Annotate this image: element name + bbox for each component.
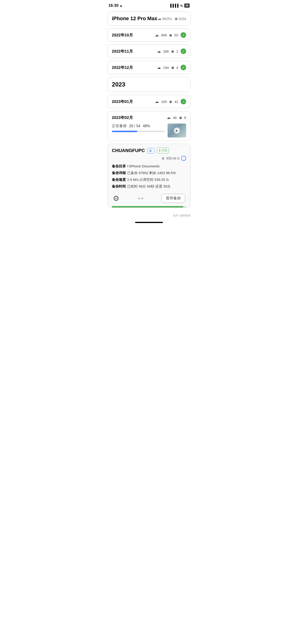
device-name: iPhone 12 Pro Max [112,16,157,22]
backup-month-row: 2023年02月 ⛰ 46 ▣ 8 [112,115,186,120]
backup-dir-label: 备份目录 [112,164,126,168]
month-video-count-0: 50 [174,33,178,37]
month-row-1: 2022年11月 ⛰ 266 ▣ 2 ✓ [112,48,186,54]
device-photo-number: 96251 [162,17,172,21]
backup-speed-row: 备份速度 2.9 M/s 占用空间 539.25 G [112,178,186,182]
backup-dir-row: 备份目录 I:\iPhone Documents [112,164,186,168]
backup-progress-bar-fill [112,131,137,132]
backup-percent-text: 48% [143,124,150,128]
month-photo-count-0: 696 [161,33,167,37]
backup-time-value: 已耗时 58分 50秒 还需 35分 [127,184,171,189]
backup-dir-value: I:\iPhone Documents [127,164,159,168]
month-check-2: ✓ [181,65,186,70]
green-progress-fill [112,206,183,208]
backup-time-label: 备份时间 [112,184,126,189]
month-card-2[interactable]: 2022年12月 ⛰ 194 ▣ 4 ✓ [107,61,191,74]
month-video-icon-3: ▣ [169,100,172,104]
gear-icon[interactable]: ⚙ [113,194,120,203]
month-row-3: 2023年01月 ⛰ 165 ▣ 42 ✓ [112,99,186,104]
pc-card: CHUANGFUPC ⊞ ⬆ 订阅 🖥 935.04 G ↓ 备份目录 I:\i… [107,144,191,208]
backup-video-count: 8 [184,116,186,120]
dot-1 [138,198,140,199]
backup-thumbnail: ▶ [168,124,186,138]
month-card-1[interactable]: 2022年11月 ⛰ 266 ▣ 2 ✓ [107,44,191,58]
backup-speed-label: 备份速度 [112,178,126,182]
watermark: 知乎 @帅爸爸 [104,212,194,220]
backup-progress-text: 26 / 54 [129,124,140,128]
month-video-count-2: 4 [176,66,178,70]
month-video-icon-1: ▣ [171,50,174,53]
month-card-0[interactable]: 2022年10月 ⛰ 696 ▣ 50 ✓ [107,28,191,42]
backup-time-row: 备份时间 已耗时 58分 50秒 还需 35分 [112,184,186,189]
month-check-1: ✓ [181,48,186,54]
device-card: iPhone 12 Pro Max ⛰ 96251 ▣ 3154 [107,12,191,26]
month-video-count-1: 2 [176,50,178,53]
status-time: 16:30 ▲ [108,3,123,8]
backup-video-icon: ▣ [179,116,182,120]
month-photo-icon-1: ⛰ [157,50,161,53]
month-stats-1: ⛰ 266 ▣ 2 ✓ [157,48,186,54]
qr-button[interactable]: ⊞ [147,148,154,154]
month-photo-count-2: 194 [163,66,169,70]
pause-backup-button[interactable]: 暂停备份 [162,194,185,203]
backup-detail-row: 备份详细 已备份 97952 剩余 1453 98.5% [112,171,186,175]
backup-progress-section: 正在备份 26 / 54 48% [112,124,165,132]
storage-label: 935.04 G [166,156,180,160]
pc-header: CHUANGFUPC ⊞ ⬆ 订阅 🖥 935.04 G ↓ [112,148,186,161]
month-label-1: 2022年11月 [112,49,133,54]
subscribe-icon: ⬆ [159,149,161,152]
qr-icon: ⊞ [149,149,152,152]
location-icon: ▲ [119,4,123,8]
month-stats-0: ⛰ 696 ▣ 50 ✓ [155,32,186,38]
home-bar [135,222,163,223]
backup-month-label: 2023年02月 [112,115,133,120]
month-check-3: ✓ [181,99,186,104]
watermark-text: 知乎 @帅爸爸 [173,214,191,217]
backup-month-stats: ⛰ 46 ▣ 8 [167,116,186,120]
device-media-counts: ⛰ 96251 ▣ 3154 [158,17,186,21]
main-content: iPhone 12 Pro Max ⛰ 96251 ▣ 3154 2022年10… [104,10,194,212]
dot-2 [141,198,143,199]
month-stats-3: ⛰ 165 ▣ 42 ✓ [155,99,186,104]
backup-progress-inner: 2023年02月 ⛰ 46 ▣ 8 正在备份 26 / 54 48% [108,111,190,141]
subscribe-button[interactable]: ⬆ 订阅 [157,148,169,154]
backup-photo-icon: ⛰ [167,116,171,120]
month-photo-icon-3: ⛰ [155,100,159,104]
subscribe-label: 订阅 [162,148,167,152]
download-icon[interactable]: ↓ [181,156,186,161]
signal-icon: ▐▐▐▐ [169,4,178,8]
backup-thumb-image: ▶ [168,124,186,138]
month-check-0: ✓ [181,32,186,38]
month-photo-count-3: 165 [161,100,167,104]
device-card-header: iPhone 12 Pro Max ⛰ 96251 ▣ 3154 [112,16,186,22]
backup-progress-bar-container [112,131,165,132]
year-label: 2023 [112,81,125,88]
wifi-icon: ∿ [180,4,183,8]
year-card-2023: 2023 [107,77,191,92]
month-video-icon-0: ▣ [169,34,172,37]
monitor-icon: 🖥 [162,156,165,160]
month-video-icon-2: ▣ [171,66,174,69]
month-stats-2: ⛰ 194 ▣ 4 ✓ [157,65,186,70]
pagination-dots [138,198,143,199]
status-icons: ▐▐▐▐ ∿ 28 [169,4,190,8]
month-row-0: 2022年10月 ⛰ 696 ▣ 50 ✓ [112,32,186,38]
device-video-count: ▣ 3154 [175,17,186,21]
month-card-3[interactable]: 2023年01月 ⛰ 165 ▣ 42 ✓ [107,95,191,108]
green-progress-container [112,206,186,208]
month-photo-count-1: 266 [163,50,169,53]
backup-status-text: 正在备份 [112,124,127,128]
video-icon: ▣ [175,17,178,20]
backup-speed-value: 2.9 M/s 占用空间 539.25 G [127,178,169,182]
month-label-3: 2023年01月 [112,99,133,104]
backup-status-row: 正在备份 26 / 54 48% [112,124,165,128]
home-indicator [104,220,194,224]
month-photo-icon-2: ⛰ [157,66,161,70]
device-video-number: 3154 [178,17,186,21]
device-photo-count: ⛰ 96251 [158,17,172,21]
pc-footer: ⚙ 暂停备份 [112,191,186,206]
month-row-2: 2022年12月 ⛰ 194 ▣ 4 ✓ [112,65,186,70]
backup-progress-card: 2023年02月 ⛰ 46 ▣ 8 正在备份 26 / 54 48% [107,111,191,141]
photo-icon: ⛰ [158,17,161,21]
month-video-count-3: 42 [174,100,178,104]
